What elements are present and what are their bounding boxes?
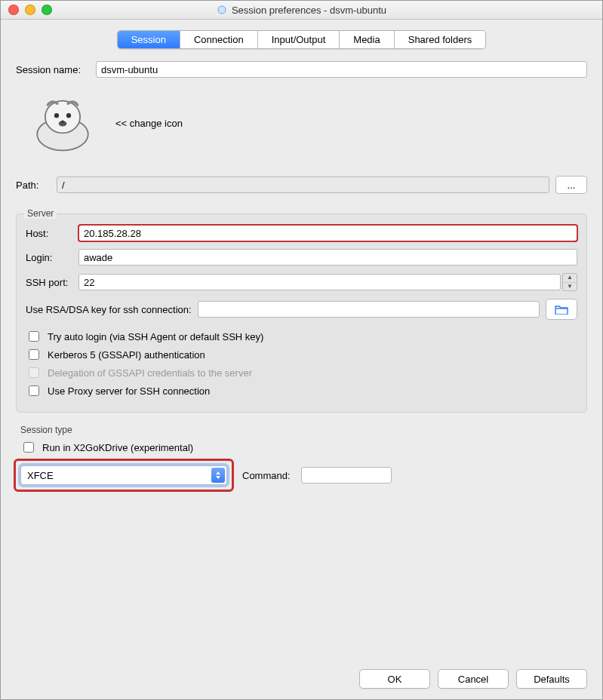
x2gokdrive-label: Run in X2GoKDrive (experimental) (42, 442, 193, 453)
auto-login-checkbox[interactable] (29, 331, 39, 342)
host-input[interactable] (78, 225, 577, 241)
proxy-checkbox[interactable] (29, 385, 39, 396)
session-name-label: Session name: (16, 64, 96, 75)
rsa-label: Use RSA/DSA key for ssh connection: (26, 304, 192, 315)
ssh-port-row: SSH port: ▲ ▼ (26, 273, 577, 291)
tab-session[interactable]: Session (118, 31, 180, 48)
cancel-button[interactable]: Cancel (438, 669, 509, 689)
login-row: Login: (26, 249, 577, 266)
tab-input-output[interactable]: Input/Output (258, 31, 340, 48)
auto-login-label: Try auto login (via SSH Agent or default… (48, 331, 263, 342)
stepper-down-icon[interactable]: ▼ (563, 283, 577, 291)
window-title: Session preferences - dsvm-ubuntu (1, 5, 602, 16)
proxy-label: Use Proxy server for SSH connection (48, 385, 210, 397)
titlebar: Session preferences - dsvm-ubuntu (1, 1, 602, 20)
tabs-inner: Session Connection Input/Output Media Sh… (117, 30, 487, 49)
ssh-port-input[interactable] (78, 274, 561, 290)
svg-point-2 (45, 101, 80, 134)
kerberos-checkbox[interactable] (29, 349, 39, 360)
ssh-port-stepper[interactable]: ▲ ▼ (562, 273, 577, 291)
session-type-row: XFCE Command: (16, 461, 587, 490)
rsa-key-input[interactable] (198, 301, 540, 318)
svg-point-4 (66, 113, 71, 118)
path-label: Path: (16, 180, 57, 191)
stepper-up-icon[interactable]: ▲ (563, 274, 577, 283)
x2gokdrive-checkbox[interactable] (23, 442, 34, 453)
tab-media[interactable]: Media (340, 31, 394, 48)
tabs: Session Connection Input/Output Media Sh… (16, 30, 587, 49)
updown-icon (211, 468, 225, 483)
footer: OK Cancel Defaults (16, 659, 587, 689)
command-label: Command: (242, 470, 291, 481)
login-label: Login: (26, 252, 78, 263)
svg-point-6 (61, 120, 64, 123)
host-row: Host: (26, 225, 577, 241)
server-legend: Server (24, 208, 57, 219)
path-input[interactable] (57, 177, 549, 193)
session-type-select[interactable]: XFCE (20, 465, 227, 485)
session-name-input[interactable] (96, 61, 587, 78)
ok-button[interactable]: OK (359, 669, 430, 689)
delegation-label: Delegation of GSSAPI credentials to the … (48, 367, 252, 379)
rsa-row: Use RSA/DSA key for ssh connection: (26, 299, 577, 320)
content: Session Connection Input/Output Media Sh… (1, 20, 602, 699)
delegation-checkbox (29, 367, 39, 378)
change-icon-link[interactable]: << change icon (115, 118, 183, 129)
tab-shared-folders[interactable]: Shared folders (395, 31, 486, 48)
proxy-row: Use Proxy server for SSH connection (26, 383, 577, 398)
path-browse-button[interactable]: ... (555, 176, 587, 194)
ssh-port-label: SSH port: (26, 277, 78, 288)
svg-point-3 (54, 113, 59, 118)
icon-section: << change icon (28, 93, 587, 153)
delegation-row: Delegation of GSSAPI credentials to the … (26, 365, 577, 380)
session-name-row: Session name: (16, 61, 587, 78)
session-icon[interactable] (28, 93, 97, 153)
tab-connection[interactable]: Connection (180, 31, 258, 48)
session-type-legend: Session type (20, 425, 587, 435)
session-type-group: Session type Run in X2GoKDrive (experime… (16, 425, 587, 490)
kerberos-label: Kerberos 5 (GSSAPI) authentication (48, 349, 205, 361)
rsa-browse-button[interactable] (546, 299, 577, 320)
host-label: Host: (26, 228, 78, 239)
path-row: Path: ... (16, 176, 587, 194)
session-type-value: XFCE (27, 470, 54, 481)
x2gokdrive-row: Run in X2GoKDrive (experimental) (20, 440, 587, 455)
window: Session preferences - dsvm-ubuntu Sessio… (0, 0, 603, 700)
command-input[interactable] (301, 467, 392, 484)
app-icon (217, 5, 227, 15)
session-type-highlight: XFCE (16, 461, 232, 490)
kerberos-row: Kerberos 5 (GSSAPI) authentication (26, 347, 577, 362)
login-input[interactable] (78, 249, 577, 266)
svg-point-0 (218, 6, 226, 14)
window-title-text: Session preferences - dsvm-ubuntu (232, 5, 386, 16)
folder-icon (555, 304, 568, 315)
auto-login-row: Try auto login (via SSH Agent or default… (26, 329, 577, 344)
server-group: Server Host: Login: SSH port: ▲ ▼ Use RS… (16, 213, 587, 413)
defaults-button[interactable]: Defaults (516, 669, 587, 689)
